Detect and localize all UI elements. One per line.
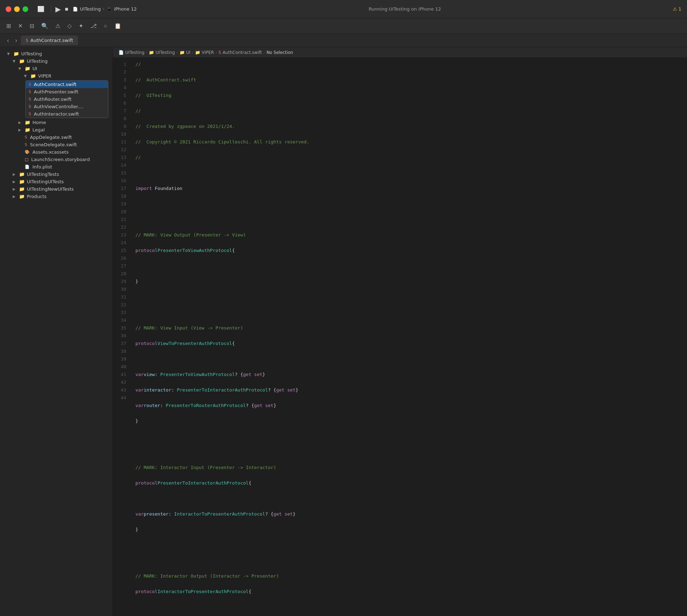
sidebar-item-label: UITestingUITests (27, 179, 64, 184)
scheme-selector[interactable]: 📄 UITesting › 📱 iPhone 12 (73, 6, 137, 12)
sidebar-item-label: AuthPresenter.swift (34, 89, 78, 94)
breadcrumb-noselection: No Selection (267, 50, 293, 55)
sidebar-item-home[interactable]: ▶ 📁 Home (0, 119, 113, 126)
folder-icon: 📁 (19, 194, 25, 199)
disclosure-icon: ▼ (18, 67, 23, 70)
sidebar-item-label: Home (32, 120, 46, 125)
sidebar-item-label: AuthViewController.... (34, 104, 84, 109)
grid-view-button[interactable]: ⊞ (4, 21, 13, 31)
sidebar-item-auth-viewcontroller[interactable]: S AuthViewController.... (26, 103, 108, 110)
breadcrumb-item[interactable]: 📄 (118, 50, 124, 55)
warning-badge[interactable]: ⚠️ 1 (673, 6, 681, 12)
tabbar: ‹ › S AuthContract.swift (0, 34, 687, 47)
tab-file-icon: S (26, 38, 29, 43)
sidebar-item-auth-contract[interactable]: S AuthContract.swift (26, 81, 108, 88)
sidebar-item-ui[interactable]: ▼ 📁 UI (0, 65, 113, 72)
breadcrumb-uitesting2[interactable]: UITesting (156, 50, 175, 55)
sidebar-item-assets[interactable]: ▶ 🎨 Assets.xcassets (0, 148, 113, 156)
search-button[interactable]: 🔍 (39, 21, 50, 31)
breadcrumb-icon: 📁 (180, 50, 185, 55)
source-control-button[interactable]: ✦ (77, 21, 85, 31)
breadcrumb-sep: › (192, 50, 194, 55)
folder-icon: 📁 (25, 120, 30, 125)
sidebar-item-label: UI (32, 66, 37, 71)
folder-icon: 📁 (25, 66, 30, 71)
maximize-button[interactable] (23, 6, 28, 12)
sidebar-item-auth-interactor[interactable]: S AuthInteractor.swift (26, 110, 108, 118)
stop-button[interactable]: ■ (65, 6, 68, 12)
storyboard-file-icon: □ (25, 157, 28, 162)
code-content[interactable]: // // AuthContract.swift // UITesting //… (130, 58, 687, 616)
breadcrumb-ui[interactable]: UI (186, 50, 190, 55)
titlebar: ⬜ ▶ ■ 📄 UITesting › 📱 iPhone 12 Running … (0, 0, 687, 18)
disclosure-icon: ▼ (13, 59, 17, 63)
code-area[interactable]: 12345 678910 1112131415 1617181920 21222… (113, 58, 687, 616)
breadcrumb-viper[interactable]: VIPER (202, 50, 214, 55)
sidebar-item-label: AuthInteractor.swift (34, 111, 79, 117)
breakpoint-button[interactable]: ◇ (65, 21, 74, 31)
sidebar-item-uitesting-newuitests[interactable]: ▶ 📁 UITestingNewUITests (0, 185, 113, 193)
running-status: Running UITesting on iPhone 12 (369, 6, 441, 12)
close-button[interactable] (6, 6, 11, 12)
disclosure-icon: ▶ (18, 121, 23, 124)
sidebar-item-legal[interactable]: ▶ 📁 Legal (0, 126, 113, 134)
breadcrumb-sep: › (176, 50, 178, 55)
sidebar-item-label: LaunchScreen.storyboard (31, 157, 90, 162)
sidebar-item-appdelegate[interactable]: ▶ S AppDelegate.swift (0, 134, 113, 141)
tab-nav-next[interactable]: › (12, 36, 20, 45)
sidebar-item-auth-router[interactable]: S AuthRouter.swift (26, 96, 108, 103)
hierarchy-button[interactable]: ⊟ (28, 21, 36, 31)
sidebar-toggle-button[interactable]: ⬜ (35, 4, 47, 14)
minimize-button[interactable] (14, 6, 20, 12)
folder-icon: 📁 (19, 172, 25, 177)
tab-auth-contract[interactable]: S AuthContract.swift (21, 36, 78, 45)
breadcrumb-uitesting[interactable]: UITesting (125, 50, 145, 55)
sidebar-item-products[interactable]: ▶ 📁 Products (0, 193, 113, 200)
sidebar-item-label: UITesting (27, 58, 48, 64)
disclosure-icon: ▶ (13, 195, 17, 198)
sidebar-item-uitesting-uitests[interactable]: ▶ 📁 UITestingUITests (0, 178, 113, 185)
tab-nav-prev[interactable]: ‹ (4, 36, 12, 45)
disclosure-icon: ▼ (24, 74, 28, 78)
sidebar-item-uitesting-folder[interactable]: ▼ 📁 UITesting (0, 57, 113, 65)
sidebar-item-viper[interactable]: ▼ 📁 VIPER (0, 72, 113, 80)
folder-icon: 📁 (19, 179, 25, 184)
document-button[interactable]: 📋 (112, 21, 123, 31)
breadcrumb-sep: › (263, 50, 265, 55)
swift-file-icon: S (25, 135, 27, 140)
sidebar-item-auth-presenter[interactable]: S AuthPresenter.swift (26, 88, 108, 96)
line-numbers: 12345 678910 1112131415 1617181920 21222… (113, 58, 130, 616)
disclosure-icon: ▶ (13, 172, 17, 176)
git-button[interactable]: ⎇ (88, 21, 99, 31)
breadcrumb-icon: 📁 (149, 50, 154, 55)
asset-file-icon: 🎨 (25, 150, 30, 154)
breadcrumb: 📄 UITesting › 📁 UITesting › 📁 UI › 📁 VIP… (113, 47, 687, 58)
toolbar: ⊞ ✕ ⊟ 🔍 ⚠ ◇ ✦ ⎇ ○ 📋 (0, 18, 687, 34)
sidebar-item-launchscreen[interactable]: ▶ □ LaunchScreen.storyboard (0, 156, 113, 163)
breadcrumb-file[interactable]: AuthContract.swift (223, 50, 262, 55)
breadcrumb-icon: 📁 (195, 50, 200, 55)
traffic-lights (6, 6, 28, 12)
sidebar-item-label: Legal (32, 127, 45, 133)
sidebar-item-label: VIPER (38, 73, 51, 79)
shape-button[interactable]: ○ (102, 21, 109, 31)
folder-icon-orange: 📁 (30, 73, 36, 79)
code-editor[interactable]: 📄 UITesting › 📁 UITesting › 📁 UI › 📁 VIP… (113, 47, 687, 616)
sidebar-item-scenedelegate[interactable]: ▶ S SceneDelegate.swift (0, 141, 113, 148)
sidebar-item-infoplist[interactable]: ▶ 📄 Info.plist (0, 163, 113, 171)
add-button[interactable]: ✕ (16, 21, 25, 31)
device-name: iPhone 12 (114, 6, 137, 12)
warning-toolbar-button[interactable]: ⚠ (53, 21, 62, 31)
folder-icon: 📁 (13, 51, 19, 56)
sidebar-item-label: Info.plist (32, 164, 52, 170)
sidebar-item-uitesting-tests[interactable]: ▶ 📁 UITestingTests (0, 171, 113, 178)
warning-count: 1 (679, 6, 681, 12)
sidebar-item-label: AuthRouter.swift (34, 97, 72, 102)
breadcrumb-icon: S (219, 50, 221, 55)
sidebar: ▼ 📁 UITesting ▼ 📁 UITesting ▼ 📁 UI ▼ 📁 V… (0, 47, 113, 616)
folder-icon: 📁 (19, 186, 25, 192)
swift-file-icon: S (29, 112, 31, 116)
run-button[interactable]: ▶ (55, 5, 61, 13)
scheme-name: UITesting (80, 6, 101, 12)
sidebar-item-uitesting-root[interactable]: ▼ 📁 UITesting (0, 50, 113, 57)
